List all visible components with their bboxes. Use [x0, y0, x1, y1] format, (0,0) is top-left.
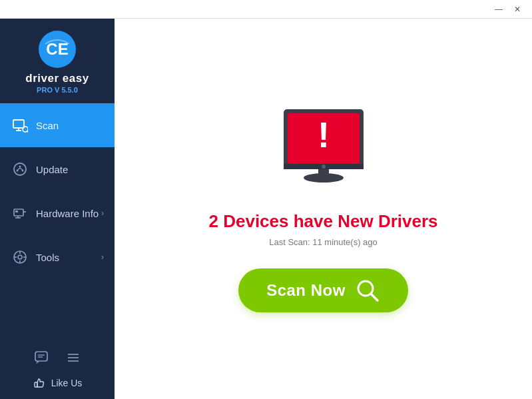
svg-point-9 [19, 166, 21, 168]
svg-point-18 [18, 255, 22, 259]
scan-label: Scan [36, 120, 104, 131]
scan-now-button[interactable]: Scan Now [238, 268, 408, 312]
sidebar-item-hardware-info[interactable]: Hardware Info › [0, 191, 115, 235]
svg-rect-13 [15, 210, 18, 212]
thumbsup-icon [33, 376, 46, 390]
svg-rect-29 [35, 382, 37, 387]
hardware-info-chevron: › [101, 208, 104, 218]
hardware-info-label: Hardware Info [36, 208, 101, 219]
tools-icon [11, 248, 29, 266]
sidebar-item-update[interactable]: Update [0, 147, 115, 191]
svg-point-8 [14, 163, 26, 175]
tools-chevron: › [101, 252, 104, 262]
status-heading: 2 Devices have New Drivers [209, 211, 438, 232]
update-label: Update [36, 164, 104, 175]
scan-search-icon [355, 278, 380, 303]
monitor-illustration: ! [270, 106, 377, 193]
main-content: ! 2 Devices have New Drivers Last Scan: … [115, 19, 532, 399]
sidebar-bottom: Like Us [0, 340, 115, 399]
monitor-container: ! [270, 106, 377, 195]
svg-rect-12 [14, 209, 23, 216]
minimize-button[interactable]: — [489, 3, 508, 16]
scan-icon [11, 116, 29, 135]
like-us-label: Like Us [51, 378, 83, 388]
bottom-icon-row [31, 347, 84, 368]
sidebar-item-scan[interactable]: Scan [0, 103, 115, 147]
list-icon[interactable] [63, 347, 84, 368]
tools-label: Tools [36, 252, 101, 263]
svg-line-7 [27, 131, 28, 133]
close-button[interactable]: ✕ [508, 3, 527, 16]
chat-icon[interactable] [31, 347, 52, 368]
svg-text:!: ! [318, 115, 330, 155]
sidebar: CE driver easy PRO V 5.5.0 [0, 19, 115, 399]
logo-version: PRO V 5.5.0 [37, 86, 78, 94]
hardware-info-icon [11, 204, 29, 222]
title-bar: — ✕ [0, 0, 532, 19]
svg-rect-23 [35, 352, 47, 361]
svg-text:CE: CE [46, 40, 68, 58]
svg-point-36 [322, 165, 326, 169]
sidebar-item-tools[interactable]: Tools › [0, 235, 115, 279]
sidebar-logo: CE driver easy PRO V 5.5.0 [0, 19, 115, 103]
app-body: CE driver easy PRO V 5.5.0 [0, 19, 532, 399]
app-logo-icon: CE [39, 31, 76, 68]
sidebar-nav: Scan Update [0, 103, 115, 340]
svg-rect-2 [13, 120, 24, 128]
logo-text: driver easy [25, 72, 89, 85]
update-icon [11, 160, 29, 179]
svg-line-38 [371, 294, 378, 300]
like-us-item[interactable]: Like Us [22, 374, 93, 392]
last-scan-text: Last Scan: 11 minute(s) ago [269, 237, 378, 247]
svg-point-34 [304, 173, 344, 183]
scan-now-label: Scan Now [266, 281, 346, 300]
